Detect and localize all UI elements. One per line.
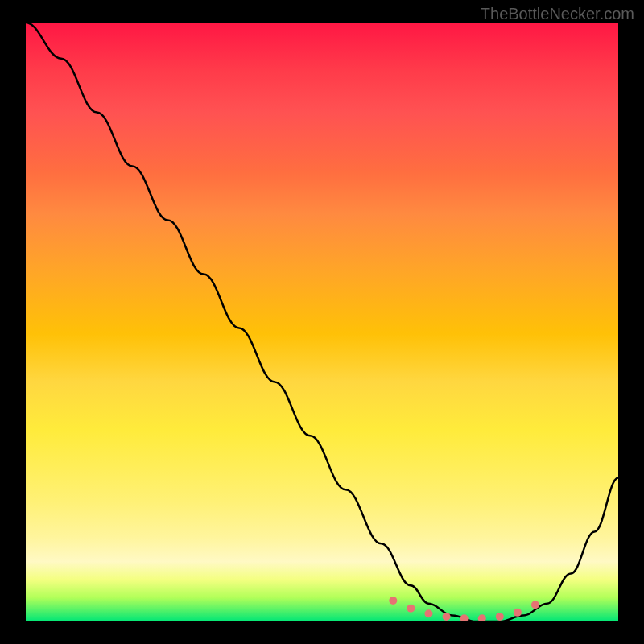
- watermark-text: TheBottleNecker.com: [481, 5, 634, 23]
- marker-dot: [531, 601, 539, 609]
- chart-svg: [26, 23, 618, 621]
- marker-dot: [514, 609, 522, 617]
- marker-dot: [443, 613, 451, 621]
- chart-plot-area: [26, 23, 618, 621]
- bottleneck-curve: [26, 23, 618, 621]
- marker-dot: [389, 597, 397, 605]
- marker-dot: [424, 609, 432, 617]
- marker-dot: [496, 613, 504, 621]
- curve-path: [26, 23, 618, 621]
- marker-dot: [407, 605, 415, 613]
- optimal-zone-markers: [389, 597, 539, 621]
- marker-dot: [478, 614, 486, 621]
- marker-dot: [460, 614, 469, 621]
